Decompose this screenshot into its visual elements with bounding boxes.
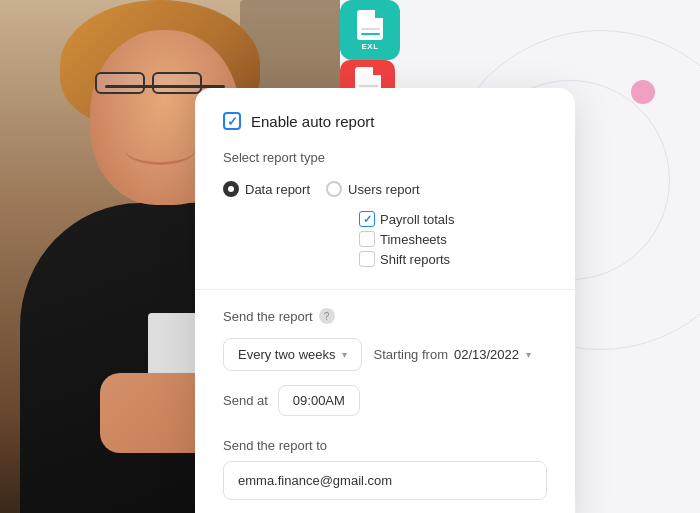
frequency-value: Every two weeks bbox=[238, 347, 336, 362]
data-report-radio[interactable] bbox=[223, 181, 239, 197]
payroll-totals-checkbox[interactable] bbox=[359, 211, 375, 227]
timesheets-checkbox[interactable] bbox=[359, 231, 375, 247]
send-at-label: Send at bbox=[223, 393, 268, 408]
frequency-dropdown-arrow: ▾ bbox=[342, 349, 347, 360]
send-to-section: Send the report to bbox=[223, 438, 547, 500]
timesheets-option[interactable]: Timesheets bbox=[359, 231, 447, 247]
deco-dot-pink bbox=[631, 80, 655, 104]
payroll-totals-label: Payroll totals bbox=[380, 212, 454, 227]
starting-from-group: Starting from 02/13/2022 ▾ bbox=[374, 347, 532, 362]
data-report-option[interactable]: Data report bbox=[223, 181, 310, 197]
enable-auto-report-checkbox[interactable]: ✓ bbox=[223, 112, 241, 130]
info-icon[interactable]: ? bbox=[319, 308, 335, 324]
glasses-right bbox=[152, 72, 202, 94]
time-display[interactable]: 09:00AM bbox=[278, 385, 360, 416]
enable-auto-report-label: Enable auto report bbox=[251, 113, 374, 130]
exl-label: EXL bbox=[361, 42, 378, 51]
send-report-label-row: Send the report ? bbox=[223, 308, 547, 324]
report-subtypes-row: Payroll totals Timesheets Shift reports bbox=[359, 211, 547, 267]
frequency-dropdown[interactable]: Every two weeks ▾ bbox=[223, 338, 362, 371]
report-type-label: Select report type bbox=[223, 150, 343, 165]
enable-auto-report-row: ✓ Enable auto report bbox=[223, 112, 547, 130]
email-input[interactable] bbox=[223, 461, 547, 500]
auto-report-card: ✓ Enable auto report Select report type … bbox=[195, 88, 575, 513]
report-type-row: Select report type Data report Users rep… bbox=[223, 150, 547, 197]
shift-reports-checkbox[interactable] bbox=[359, 251, 375, 267]
smile bbox=[125, 135, 195, 165]
users-report-label: Users report bbox=[348, 182, 420, 197]
frequency-row: Every two weeks ▾ Starting from 02/13/20… bbox=[223, 338, 547, 371]
data-report-label: Data report bbox=[245, 182, 310, 197]
send-report-label: Send the report bbox=[223, 309, 313, 324]
divider bbox=[195, 289, 575, 290]
shift-reports-option[interactable]: Shift reports bbox=[359, 251, 450, 267]
time-value: 09:00AM bbox=[293, 393, 345, 408]
send-at-row: Send at 09:00AM bbox=[223, 385, 547, 416]
date-dropdown[interactable]: 02/13/2022 ▾ bbox=[454, 347, 531, 362]
glasses-left bbox=[95, 72, 145, 94]
timesheets-label: Timesheets bbox=[380, 232, 447, 247]
shift-reports-label: Shift reports bbox=[380, 252, 450, 267]
checkmark-icon: ✓ bbox=[227, 115, 238, 128]
report-type-radio-group: Data report Users report bbox=[223, 181, 420, 197]
users-report-radio[interactable] bbox=[326, 181, 342, 197]
date-value: 02/13/2022 bbox=[454, 347, 519, 362]
date-dropdown-arrow: ▾ bbox=[526, 349, 531, 360]
send-to-label: Send the report to bbox=[223, 438, 547, 453]
exl-file-icon: EXL bbox=[340, 0, 400, 60]
starting-from-label: Starting from bbox=[374, 347, 448, 362]
users-report-option[interactable]: Users report bbox=[326, 181, 420, 197]
payroll-totals-option[interactable]: Payroll totals bbox=[359, 211, 454, 227]
